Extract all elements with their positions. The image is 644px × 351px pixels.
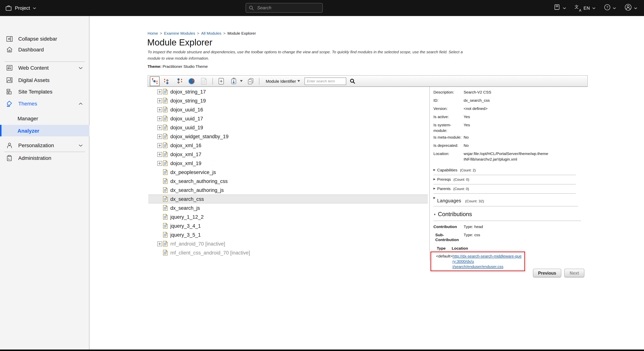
collapse-sidebar-button[interactable]: Collapse sidebar: [0, 33, 90, 44]
section-capabilities[interactable]: ▶Capabilities(Count: 2): [434, 166, 588, 173]
show-children-button[interactable]: [174, 76, 184, 86]
account-menu[interactable]: [624, 4, 637, 12]
section-contributions[interactable]: ▼ Contributions: [434, 206, 588, 219]
module-search-input[interactable]: [305, 77, 346, 85]
tree-item-label: dx_peopleservice_js: [170, 169, 216, 175]
help-menu[interactable]: ?: [604, 4, 616, 12]
tree-item-label: dojox_xml_16: [170, 142, 202, 148]
module-properties: Description:Search-V2 CSSID:dx_search_cs…: [434, 88, 588, 162]
expand-toggle-icon[interactable]: [157, 98, 162, 103]
expander-spacer: [157, 224, 162, 228]
svg-text:?: ?: [606, 6, 608, 9]
sidebar-item-site-templates[interactable]: Site Templates: [0, 86, 90, 97]
sidebar-item-web-content[interactable]: Web Content: [0, 62, 90, 74]
language-menu[interactable]: 文A EN: [574, 5, 596, 11]
tree-item-label: jquery_1_12_2: [170, 214, 204, 220]
module-identifier-dropdown[interactable]: Module Identifier: [266, 79, 296, 83]
expand-all-button[interactable]: [228, 76, 238, 86]
expand-all-icon: [230, 77, 237, 85]
sidebar-item-themes[interactable]: Themes: [0, 98, 90, 109]
tree-item[interactable]: dx_search_css: [148, 194, 428, 204]
tree-item[interactable]: dojox_xml_19: [148, 159, 428, 168]
tree-item[interactable]: dojox_string_17: [148, 87, 428, 96]
breadcrumb-link-home[interactable]: Home: [148, 31, 158, 36]
pie-chart-view-button[interactable]: [187, 76, 196, 86]
expand-toggle-icon[interactable]: [157, 241, 162, 246]
expander-spacer: [157, 206, 162, 210]
sidebar-item-label: Administration: [18, 155, 51, 161]
expand-toggle-icon[interactable]: [157, 125, 162, 130]
collapse-all-icon: [247, 77, 254, 85]
next-button[interactable]: Next: [564, 269, 584, 277]
tree-item[interactable]: dojox_uuid_19: [148, 123, 428, 132]
tree-item[interactable]: dojox_xml_16: [148, 141, 428, 150]
previous-button[interactable]: Previous: [533, 269, 561, 277]
global-search-input[interactable]: [256, 5, 320, 11]
contribution-location-link[interactable]: http://dx-search-search-middleware-query…: [452, 254, 523, 269]
report-view-button: [199, 76, 209, 86]
project-switcher[interactable]: Project: [5, 0, 36, 16]
tree-item[interactable]: dx_search_authoring_css: [148, 176, 428, 186]
sidebar-item-manager[interactable]: Manager: [0, 113, 90, 124]
tree-view-icon: [151, 77, 158, 85]
section-label: Parents: [437, 186, 450, 191]
tree-item[interactable]: jquery_3_4_1: [148, 221, 428, 230]
collapsed-triangle-icon: ▶: [434, 187, 436, 190]
tree-item[interactable]: dojox_xml_17: [148, 150, 428, 159]
expand-all-caret-icon[interactable]: [240, 80, 242, 82]
top-bar-actions: 文A EN ?: [548, 0, 637, 16]
tree-item-label: dojox_uuid_16: [170, 107, 203, 112]
module-identifier-caret-icon[interactable]: [298, 80, 300, 82]
tree-item[interactable]: dx_search_authoring_js: [148, 186, 428, 194]
sidebar-divider: [4, 62, 85, 62]
module-search-button[interactable]: [350, 78, 355, 84]
contribution-type: Type: head: [464, 224, 483, 229]
detail-row: Is active:Yes: [434, 113, 588, 121]
section-count: (Count: 32): [465, 199, 484, 203]
layout-icon: [6, 88, 13, 95]
tree-item[interactable]: dojox_uuid_16: [148, 105, 428, 114]
expand-toggle-icon[interactable]: [157, 143, 162, 148]
apps-menu[interactable]: [554, 4, 566, 12]
search-icon: [350, 78, 355, 84]
tree-item[interactable]: mf_android_70 [inactive]: [148, 239, 428, 248]
detail-row: Is meta-module:No: [434, 134, 588, 142]
expanded-triangle-icon: ▼: [434, 213, 436, 216]
tree-view-button[interactable]: [150, 76, 160, 86]
breadcrumb-link-all-modules[interactable]: All Modules: [201, 31, 222, 36]
sidebar-item-personalization[interactable]: Personalization: [0, 140, 90, 151]
sidebar-item-dashboard[interactable]: Dashboard: [0, 44, 90, 55]
tree-item[interactable]: dojox_widget_standby_19: [148, 132, 428, 141]
sidebar-item-digital-assets[interactable]: Digital Assets: [0, 74, 90, 86]
tree-item[interactable]: dx_search_js: [148, 204, 428, 212]
expand-toggle-icon[interactable]: [157, 152, 162, 157]
expand-toggle-icon[interactable]: [157, 107, 162, 112]
section-languages[interactable]: ▶ Languages (Count: 32): [434, 194, 588, 204]
show-parents-button[interactable]: [162, 76, 172, 86]
expand-toggle-icon[interactable]: [157, 161, 162, 166]
sidebar-item-administration[interactable]: Administration: [0, 152, 90, 164]
detail-value: wsjar:file:/opt/HCL/PortalServer/theme/w…: [464, 151, 588, 162]
person-icon: [6, 142, 13, 149]
collapse-all-button[interactable]: [246, 76, 255, 86]
section-prereqs[interactable]: ▶Prereqs(Count: 0): [434, 175, 588, 182]
sidebar-item-analyzer[interactable]: Analyzer: [0, 125, 90, 136]
tree-item[interactable]: dx_peopleservice_js: [148, 168, 428, 176]
section-parents[interactable]: ▶Parents(Count: 0): [434, 184, 588, 192]
tree-item[interactable]: dojox_uuid_17: [148, 114, 428, 123]
tree-item[interactable]: dojox_string_19: [148, 96, 428, 105]
tree-item-label: dojox_uuid_19: [170, 125, 203, 130]
expand-toggle-icon[interactable]: [157, 134, 162, 139]
expand-button[interactable]: [216, 76, 226, 86]
tree-item[interactable]: jquery_3_5_1: [148, 230, 428, 239]
description-line: To inspect the module structure and depe…: [148, 50, 463, 54]
tree-item[interactable]: mf_client_css_android_70 [inactive]: [148, 248, 428, 257]
expand-toggle-icon[interactable]: [157, 89, 162, 94]
detail-value: Search-V2 CSS: [464, 90, 588, 96]
global-search[interactable]: [246, 3, 323, 13]
document-icon: [163, 196, 168, 202]
sidebar: Collapse sidebar Dashboard Web Content D…: [0, 16, 90, 350]
tree-item[interactable]: jquery_1_12_2: [148, 212, 428, 221]
expand-toggle-icon[interactable]: [157, 116, 162, 121]
breadcrumb-link-examine-modules[interactable]: Examine Modules: [164, 31, 195, 36]
